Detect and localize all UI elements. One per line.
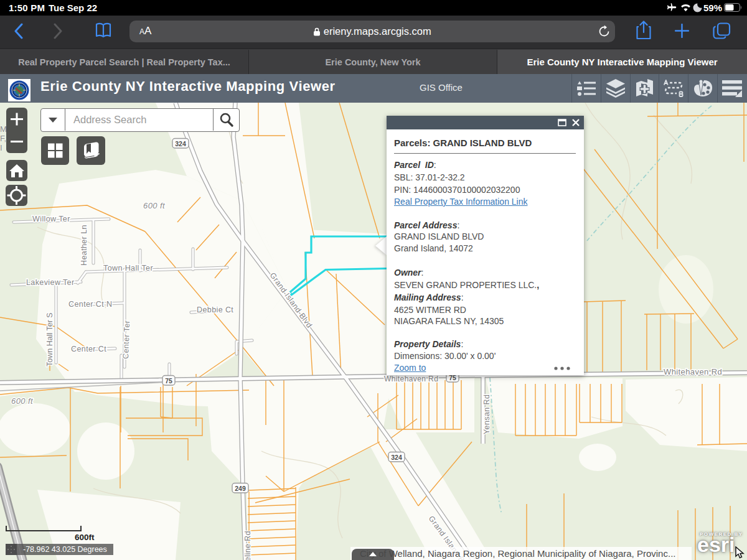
svg-text:Whitehaven Rd: Whitehaven Rd <box>664 367 722 376</box>
svg-text:Center Ter: Center Ter <box>121 320 131 360</box>
svg-text:Yensan Rd: Yensan Rd <box>482 394 491 434</box>
svg-text:249: 249 <box>235 485 246 492</box>
svg-text:600 ft: 600 ft <box>11 396 34 406</box>
svg-text:324: 324 <box>391 454 402 461</box>
svg-text:75: 75 <box>165 377 172 385</box>
svg-text:Debbie Ct: Debbie Ct <box>197 306 233 314</box>
svg-text:Town Hall Ter S: Town Hall Ter S <box>45 312 54 366</box>
svg-text:eline Rd: eline Rd <box>243 531 252 560</box>
svg-text:600 ft: 600 ft <box>143 201 166 210</box>
svg-text:Willow Ter: Willow Ter <box>32 215 70 223</box>
svg-text:324: 324 <box>175 140 186 147</box>
svg-text:Center Ct: Center Ct <box>71 345 106 353</box>
svg-text:Heather Ln: Heather Ln <box>80 225 88 266</box>
svg-text:Whitehaven Rd: Whitehaven Rd <box>384 375 438 383</box>
svg-text:Lakeview Ter: Lakeview Ter <box>26 278 75 287</box>
svg-text:Town Hall Ter: Town Hall Ter <box>103 264 153 273</box>
svg-text:Center Ct N: Center Ct N <box>68 300 112 309</box>
